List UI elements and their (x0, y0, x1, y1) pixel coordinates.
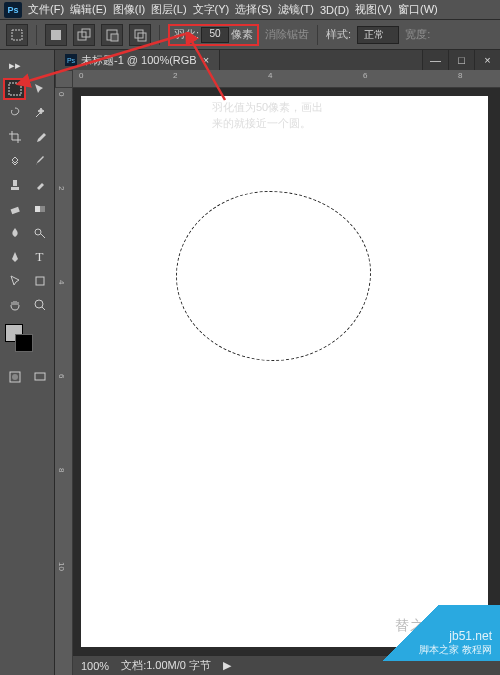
canvas[interactable] (81, 96, 488, 647)
document-tab[interactable]: Ps 未标题-1 @ 100%(RGB × (55, 50, 220, 70)
type-tool[interactable]: T (28, 246, 51, 268)
svg-rect-0 (12, 30, 22, 40)
ruler-tick: 4 (57, 280, 66, 284)
tab-close-icon[interactable]: × (203, 54, 209, 66)
gradient-tool[interactable] (28, 198, 51, 220)
screenmode-icon[interactable] (28, 366, 51, 388)
eraser-tool[interactable] (3, 198, 26, 220)
zoom-tool[interactable] (28, 294, 51, 316)
intersect-selection-icon[interactable] (129, 24, 151, 46)
svg-rect-8 (9, 83, 21, 95)
width-label: 宽度: (405, 27, 430, 42)
svg-point-16 (35, 300, 43, 308)
svg-rect-19 (35, 373, 45, 380)
feather-label: 羽化: (174, 27, 199, 42)
path-select-tool[interactable] (3, 270, 26, 292)
svg-point-18 (12, 374, 18, 380)
add-selection-icon[interactable] (73, 24, 95, 46)
shape-tool[interactable] (28, 270, 51, 292)
wand-tool[interactable] (28, 102, 51, 124)
annotation-line: 羽化值为50像素，画出 (212, 100, 323, 116)
minimize-button[interactable]: — (422, 50, 448, 70)
menu-window[interactable]: 窗口(W) (398, 2, 438, 17)
dodge-tool[interactable] (28, 222, 51, 244)
ruler-tick: 2 (173, 71, 177, 80)
svg-rect-10 (11, 187, 19, 190)
handle-icon[interactable]: ▸▸ (3, 54, 26, 76)
watermark-line: 脚本之家 教程网 (419, 643, 492, 657)
quickmask-icon[interactable] (3, 366, 26, 388)
svg-rect-5 (111, 34, 118, 41)
ruler-tick: 0 (79, 71, 83, 80)
svg-point-14 (35, 229, 41, 235)
menu-filter[interactable]: 滤镜(T) (278, 2, 314, 17)
style-dropdown[interactable]: 正常 (357, 26, 399, 44)
ruler-tick: 6 (57, 374, 66, 378)
doc-info[interactable]: 文档:1.00M/0 字节 (121, 658, 211, 673)
svg-rect-11 (10, 207, 19, 214)
separator (36, 25, 37, 45)
pen-tool[interactable] (3, 246, 26, 268)
document-area: Ps 未标题-1 @ 100%(RGB × — □ × 0 2 4 6 8 0 (55, 50, 500, 675)
toolbox: ▸▸ T (0, 50, 55, 675)
menu-file[interactable]: 文件(F) (28, 2, 64, 17)
crop-tool[interactable] (3, 126, 26, 148)
ruler-tick: 4 (268, 71, 272, 80)
svg-rect-1 (51, 30, 61, 40)
horizontal-ruler[interactable]: 0 2 4 6 8 (73, 70, 500, 88)
annotation-text: 羽化值为50像素，画出 来的就接近一个圆。 (212, 100, 323, 132)
antialias-label: 消除锯齿 (265, 27, 309, 42)
watermark-line: jb51.net (449, 629, 492, 643)
vertical-ruler[interactable]: 0 2 4 6 8 10 (55, 88, 73, 675)
options-bar: 羽化: 50 像素 消除锯齿 样式: 正常 宽度: (0, 20, 500, 50)
close-button[interactable]: × (474, 50, 500, 70)
blur-tool[interactable] (3, 222, 26, 244)
eyedropper-tool[interactable] (28, 126, 51, 148)
menu-type[interactable]: 文字(Y) (193, 2, 230, 17)
heal-tool[interactable] (3, 150, 26, 172)
tool-preset-icon[interactable] (6, 24, 28, 46)
svg-rect-9 (13, 180, 17, 186)
tab-ps-icon: Ps (65, 54, 77, 66)
ruler-tick: 0 (57, 92, 66, 96)
move-tool[interactable] (28, 78, 51, 100)
menu-select[interactable]: 选择(S) (235, 2, 272, 17)
style-label: 样式: (326, 27, 351, 42)
ruler-tick: 2 (57, 186, 66, 190)
workspace: ▸▸ T (0, 50, 500, 675)
brush-tool[interactable] (28, 150, 51, 172)
tab-title: 未标题-1 @ 100%(RGB (81, 53, 197, 68)
ruler-tick: 10 (57, 562, 66, 571)
doc-info-arrow-icon[interactable]: ▶ (223, 659, 231, 672)
color-swatches[interactable] (3, 322, 51, 356)
feather-unit: 像素 (231, 27, 253, 42)
separator (159, 25, 160, 45)
new-selection-icon[interactable] (45, 24, 67, 46)
menu-bar: Ps 文件(F) 编辑(E) 图像(I) 图层(L) 文字(Y) 选择(S) 滤… (0, 0, 500, 20)
menu-view[interactable]: 视图(V) (355, 2, 392, 17)
marquee-tool[interactable] (3, 78, 26, 100)
canvas-viewport[interactable]: 100% 文档:1.00M/0 字节 ▶ (73, 88, 500, 675)
menu-layer[interactable]: 图层(L) (151, 2, 186, 17)
svg-rect-13 (35, 206, 40, 212)
watermark-badge: jb51.net 脚本之家 教程网 (360, 605, 500, 661)
ruler-tick: 8 (458, 71, 462, 80)
ruler-corner (55, 70, 73, 88)
hand-tool[interactable] (3, 294, 26, 316)
menu-3d[interactable]: 3D(D) (320, 4, 349, 16)
separator (317, 25, 318, 45)
stamp-tool[interactable] (3, 174, 26, 196)
background-swatch[interactable] (15, 334, 33, 352)
menu-image[interactable]: 图像(I) (113, 2, 145, 17)
ruler-tick: 8 (57, 468, 66, 472)
history-brush-tool[interactable] (28, 174, 51, 196)
svg-rect-15 (36, 277, 44, 285)
zoom-level[interactable]: 100% (81, 660, 109, 672)
subtract-selection-icon[interactable] (101, 24, 123, 46)
menu-edit[interactable]: 编辑(E) (70, 2, 107, 17)
svg-rect-7 (138, 33, 146, 41)
maximize-button[interactable]: □ (448, 50, 474, 70)
feather-input[interactable]: 50 (201, 27, 229, 43)
lasso-tool[interactable] (3, 102, 26, 124)
ruler-tick: 6 (363, 71, 367, 80)
